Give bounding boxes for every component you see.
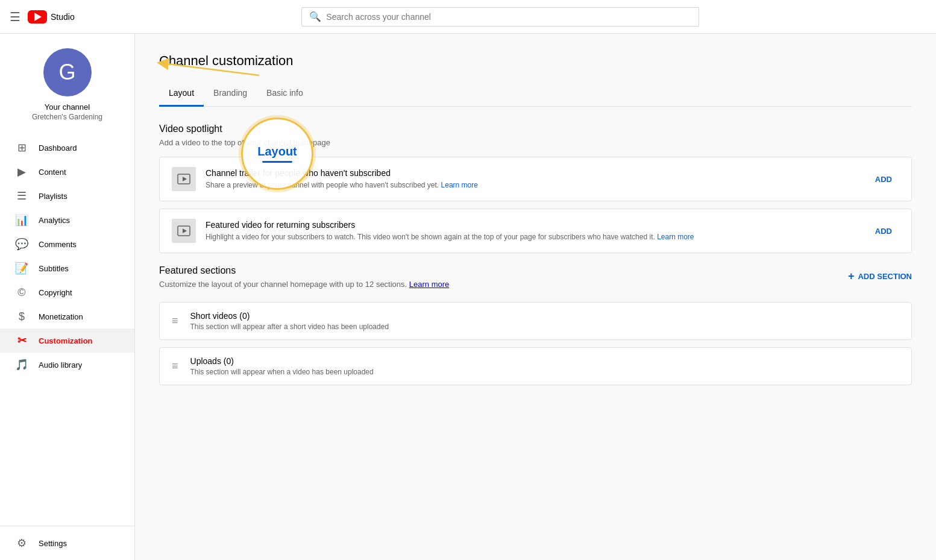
sidebar-label-settings: Settings bbox=[39, 539, 67, 548]
featured-title: Featured video for returning subscribers bbox=[206, 220, 858, 230]
sidebar-item-comments[interactable]: 💬 Comments bbox=[0, 232, 134, 256]
sidebar-label-dashboard: Dashboard bbox=[39, 143, 77, 153]
short-videos-row: ≡ Short videos (0) This section will app… bbox=[159, 302, 912, 340]
dashboard-icon: ⊞ bbox=[14, 141, 29, 154]
sidebar-item-content[interactable]: ▶ Content bbox=[0, 160, 134, 184]
topbar: ☰ Studio 🔍 bbox=[0, 0, 936, 34]
sidebar-label-copyright: Copyright bbox=[39, 288, 72, 297]
search-input-wrap[interactable]: 🔍 bbox=[301, 7, 699, 27]
sidebar-label-subtitles: Subtitles bbox=[39, 264, 69, 273]
channel-name: Gretchen's Gardening bbox=[32, 113, 102, 121]
sidebar-label-playlists: Playlists bbox=[39, 192, 68, 201]
channel-label: Your channel bbox=[45, 102, 90, 112]
featured-sections-desc: Customize the layout of your channel hom… bbox=[159, 280, 449, 289]
sidebar-bottom: ⚙ Settings bbox=[0, 526, 134, 560]
page-title: Channel customization bbox=[159, 53, 912, 69]
uploads-row: ≡ Uploads (0) This section will appear w… bbox=[159, 347, 912, 385]
video-spotlight-title: Video spotlight bbox=[159, 124, 912, 134]
featured-sections-header: Featured sections Customize the layout o… bbox=[159, 265, 912, 298]
svg-marker-3 bbox=[183, 228, 187, 233]
short-videos-body: Short videos (0) This section will appea… bbox=[190, 311, 389, 331]
main-content: Channel customization Layout Branding Ba… bbox=[135, 34, 936, 560]
add-section-label: ADD SECTION bbox=[858, 272, 912, 281]
trailer-desc: Share a preview of your channel with peo… bbox=[206, 180, 858, 190]
youtube-studio-logo: Studio bbox=[28, 10, 75, 24]
sidebar-item-settings[interactable]: ⚙ Settings bbox=[0, 531, 134, 555]
trailer-learn-more[interactable]: Learn more bbox=[441, 181, 478, 189]
sidebar-item-monetization[interactable]: $ Monetization bbox=[0, 304, 134, 329]
uploads-title: Uploads (0) bbox=[190, 356, 374, 366]
comments-icon: 💬 bbox=[14, 238, 29, 251]
sidebar-label-comments: Comments bbox=[39, 240, 77, 249]
audio-icon: 🎵 bbox=[14, 358, 29, 371]
search-bar: 🔍 bbox=[75, 7, 926, 27]
content-icon: ▶ bbox=[14, 165, 29, 178]
short-videos-desc: This section will appear after a short v… bbox=[190, 322, 389, 331]
search-input[interactable] bbox=[326, 12, 691, 22]
monetization-icon: $ bbox=[14, 310, 29, 323]
copyright-icon: © bbox=[14, 286, 29, 299]
drag-handle-short-videos[interactable]: ≡ bbox=[172, 315, 178, 327]
channel-trailer-card: Channel trailer for people who haven't s… bbox=[159, 157, 912, 201]
featured-body: Featured video for returning subscribers… bbox=[206, 220, 858, 242]
sidebar-item-playlists[interactable]: ☰ Playlists bbox=[0, 184, 134, 208]
svg-marker-1 bbox=[183, 177, 187, 181]
sidebar-label-audio-library: Audio library bbox=[39, 360, 82, 370]
youtube-icon bbox=[28, 10, 47, 24]
sidebar-label-customization: Customization bbox=[39, 336, 93, 345]
featured-sections-title: Featured sections bbox=[159, 265, 449, 276]
sidebar-item-customization[interactable]: ✂ Customization bbox=[0, 329, 134, 353]
sidebar-item-audio-library[interactable]: 🎵 Audio library bbox=[0, 353, 134, 377]
youtube-play-icon bbox=[34, 13, 42, 21]
sidebar-item-copyright[interactable]: © Copyright bbox=[0, 280, 134, 304]
uploads-desc: This section will appear when a video ha… bbox=[190, 368, 374, 376]
trailer-icon bbox=[172, 167, 196, 191]
tab-layout[interactable]: Layout bbox=[159, 81, 204, 107]
studio-label: Studio bbox=[51, 12, 75, 22]
featured-video-card: Featured video for returning subscribers… bbox=[159, 209, 912, 253]
drag-handle-uploads[interactable]: ≡ bbox=[172, 360, 178, 373]
add-icon: + bbox=[848, 270, 855, 283]
sidebar-item-dashboard[interactable]: ⊞ Dashboard bbox=[0, 136, 134, 160]
short-videos-title: Short videos (0) bbox=[190, 311, 389, 321]
trailer-title: Channel trailer for people who haven't s… bbox=[206, 168, 858, 178]
trailer-add-button[interactable]: ADD bbox=[868, 170, 899, 189]
sidebar-item-subtitles[interactable]: 📝 Subtitles bbox=[0, 256, 134, 280]
nav-items: ⊞ Dashboard ▶ Content ☰ Playlists 📊 Anal… bbox=[0, 131, 134, 382]
sidebar: G Your channel Gretchen's Gardening ⊞ Da… bbox=[0, 34, 135, 560]
sidebar-label-analytics: Analytics bbox=[39, 216, 70, 225]
customization-icon: ✂ bbox=[14, 334, 29, 347]
add-section-button[interactable]: + ADD SECTION bbox=[848, 265, 912, 288]
settings-icon: ⚙ bbox=[14, 536, 29, 550]
featured-add-button[interactable]: ADD bbox=[868, 222, 899, 241]
featured-learn-more[interactable]: Learn more bbox=[657, 233, 694, 241]
subtitles-icon: 📝 bbox=[14, 262, 29, 275]
playlists-icon: ☰ bbox=[14, 189, 29, 203]
tab-branding[interactable]: Branding bbox=[204, 81, 257, 107]
featured-desc: Highlight a video for your subscribers t… bbox=[206, 232, 858, 242]
trailer-body: Channel trailer for people who haven't s… bbox=[206, 168, 858, 190]
tabs: Layout Branding Basic info bbox=[159, 81, 912, 107]
sidebar-label-content: Content bbox=[39, 168, 66, 177]
avatar: G bbox=[43, 48, 92, 96]
analytics-icon: 📊 bbox=[14, 213, 29, 227]
uploads-body: Uploads (0) This section will appear whe… bbox=[190, 356, 374, 376]
channel-info: G Your channel Gretchen's Gardening bbox=[0, 34, 134, 131]
menu-icon[interactable]: ☰ bbox=[10, 10, 20, 24]
sidebar-item-analytics[interactable]: 📊 Analytics bbox=[0, 208, 134, 232]
video-spotlight-desc: Add a video to the top of your channel h… bbox=[159, 138, 912, 147]
featured-icon bbox=[172, 219, 196, 243]
featured-sections-learn-more[interactable]: Learn more bbox=[409, 280, 449, 289]
search-icon: 🔍 bbox=[309, 11, 321, 22]
sidebar-label-monetization: Monetization bbox=[39, 312, 83, 321]
tab-basic-info[interactable]: Basic info bbox=[257, 81, 313, 107]
